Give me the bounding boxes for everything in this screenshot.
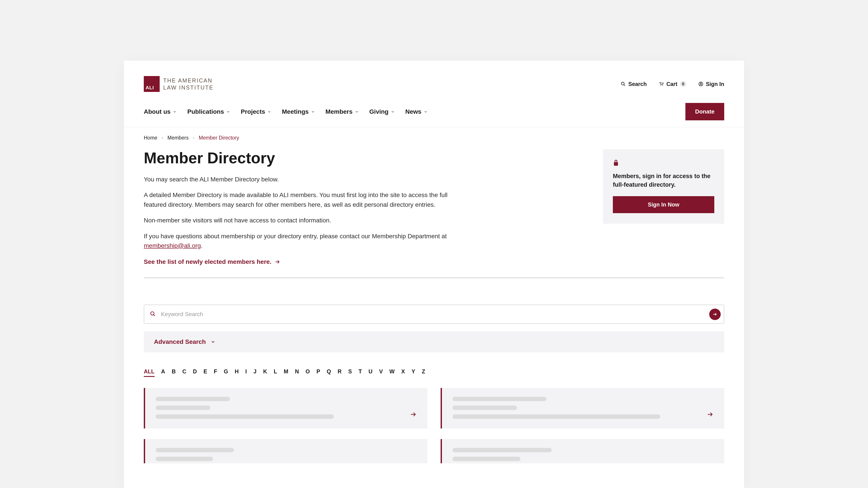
chevron-down-icon bbox=[211, 339, 215, 344]
nav-giving[interactable]: Giving bbox=[369, 108, 395, 115]
alpha-i[interactable]: I bbox=[245, 368, 247, 377]
cart-utility[interactable]: Cart 0 bbox=[659, 81, 686, 87]
alpha-m[interactable]: M bbox=[284, 368, 288, 377]
logo-line1: THE AMERICAN bbox=[163, 77, 214, 84]
chevron-down-icon bbox=[424, 110, 428, 114]
signin-label: Sign In bbox=[706, 81, 724, 87]
breadcrumb-members[interactable]: Members bbox=[167, 135, 189, 141]
alpha-j[interactable]: J bbox=[253, 368, 256, 377]
search-icon bbox=[621, 82, 626, 87]
intro-paragraph-4: If you have questions about membership o… bbox=[144, 231, 459, 251]
breadcrumb-current: Member Directory bbox=[199, 135, 239, 141]
alpha-l[interactable]: L bbox=[274, 368, 277, 377]
cart-icon bbox=[659, 82, 664, 87]
nav-about-us[interactable]: About us bbox=[144, 108, 177, 115]
page: ALI THE AMERICAN LAW INSTITUTE Search Ca… bbox=[124, 61, 744, 488]
alpha-r[interactable]: R bbox=[338, 368, 342, 377]
chevron-down-icon bbox=[355, 110, 359, 114]
svg-point-0 bbox=[621, 82, 624, 85]
lock-icon bbox=[613, 159, 714, 167]
main-nav: About us Publications Projects Meetings … bbox=[144, 108, 428, 115]
nav-label: About us bbox=[144, 108, 170, 115]
alpha-w[interactable]: W bbox=[390, 368, 395, 377]
alpha-f[interactable]: F bbox=[214, 368, 217, 377]
search-submit-button[interactable] bbox=[709, 308, 721, 320]
alpha-q[interactable]: Q bbox=[327, 368, 331, 377]
alpha-s[interactable]: S bbox=[348, 368, 352, 377]
results-grid bbox=[124, 377, 744, 463]
header-utilities: Search Cart 0 Sign In bbox=[621, 81, 724, 87]
result-card[interactable] bbox=[441, 388, 724, 428]
alpha-all[interactable]: ALL bbox=[144, 368, 155, 377]
chevron-down-icon bbox=[226, 110, 230, 114]
alpha-b[interactable]: B bbox=[172, 368, 176, 377]
alpha-z[interactable]: Z bbox=[422, 368, 425, 377]
main-nav-row: About us Publications Projects Meetings … bbox=[124, 103, 744, 127]
svg-rect-7 bbox=[614, 162, 618, 166]
alpha-n[interactable]: N bbox=[295, 368, 299, 377]
nav-projects[interactable]: Projects bbox=[241, 108, 272, 115]
signin-utility[interactable]: Sign In bbox=[699, 81, 724, 87]
nav-news[interactable]: News bbox=[405, 108, 428, 115]
skeleton-placeholder bbox=[453, 397, 700, 419]
alpha-c[interactable]: C bbox=[182, 368, 186, 377]
skeleton-placeholder bbox=[156, 448, 417, 461]
nav-meetings[interactable]: Meetings bbox=[282, 108, 315, 115]
nav-label: News bbox=[405, 108, 422, 115]
breadcrumb-home[interactable]: Home bbox=[144, 135, 157, 141]
intro-paragraph-1: You may search the ALI Member Directory … bbox=[144, 174, 459, 184]
alpha-k[interactable]: K bbox=[263, 368, 267, 377]
membership-email-link[interactable]: membership@ali.org bbox=[144, 242, 201, 249]
alpha-a[interactable]: A bbox=[161, 368, 165, 377]
p4-post: . bbox=[201, 242, 203, 249]
alpha-d[interactable]: D bbox=[193, 368, 197, 377]
skeleton-placeholder bbox=[156, 397, 403, 419]
svg-point-5 bbox=[700, 83, 702, 84]
signin-card: Members, sign in for access to the full-… bbox=[603, 149, 724, 224]
signin-card-message: Members, sign in for access to the full-… bbox=[613, 172, 714, 189]
svg-line-1 bbox=[624, 85, 625, 86]
cart-label: Cart bbox=[666, 81, 678, 87]
nav-publications[interactable]: Publications bbox=[187, 108, 230, 115]
search-section: Advanced Search bbox=[124, 278, 744, 352]
nav-label: Giving bbox=[369, 108, 389, 115]
alpha-g[interactable]: G bbox=[224, 368, 228, 377]
main-column: Member Directory You may search the ALI … bbox=[144, 149, 572, 265]
intro-paragraph-2: A detailed Member Directory is made avai… bbox=[144, 190, 459, 209]
alpha-e[interactable]: E bbox=[204, 368, 207, 377]
search-utility[interactable]: Search bbox=[621, 81, 647, 87]
logo-text: THE AMERICAN LAW INSTITUTE bbox=[163, 77, 214, 91]
newly-elected-link[interactable]: See the list of newly elected members he… bbox=[144, 258, 280, 265]
chevron-down-icon bbox=[391, 110, 395, 114]
intro-paragraph-3: Non-member site visitors will not have a… bbox=[144, 216, 459, 225]
advanced-search-toggle[interactable]: Advanced Search bbox=[144, 331, 724, 352]
chevron-right-icon bbox=[161, 136, 164, 139]
keyword-search-input[interactable] bbox=[161, 307, 704, 321]
alpha-o[interactable]: O bbox=[305, 368, 310, 377]
logo[interactable]: ALI THE AMERICAN LAW INSTITUTE bbox=[144, 76, 214, 92]
result-card[interactable] bbox=[144, 388, 427, 428]
alpha-u[interactable]: U bbox=[369, 368, 372, 377]
nav-label: Projects bbox=[241, 108, 265, 115]
user-icon bbox=[699, 82, 703, 87]
alpha-x[interactable]: X bbox=[401, 368, 405, 377]
alpha-t[interactable]: T bbox=[359, 368, 362, 377]
alpha-v[interactable]: V bbox=[379, 368, 383, 377]
alpha-p[interactable]: P bbox=[316, 368, 320, 377]
alpha-y[interactable]: Y bbox=[411, 368, 415, 377]
chevron-right-icon bbox=[192, 136, 195, 139]
alpha-h[interactable]: H bbox=[235, 368, 239, 377]
nav-label: Members bbox=[326, 108, 352, 115]
skeleton-placeholder bbox=[453, 448, 714, 461]
logo-mark: ALI bbox=[144, 76, 160, 92]
alpha-filter: ALL A B C D E F G H I J K L M N O P Q R … bbox=[124, 352, 744, 377]
chevron-down-icon bbox=[173, 110, 177, 114]
nav-members[interactable]: Members bbox=[326, 108, 359, 115]
signin-now-button[interactable]: Sign In Now bbox=[613, 196, 714, 213]
donate-button[interactable]: Donate bbox=[685, 103, 724, 120]
breadcrumb: Home Members Member Directory bbox=[124, 127, 744, 145]
p4-pre: If you have questions about membership o… bbox=[144, 233, 447, 239]
result-card[interactable] bbox=[144, 439, 427, 463]
result-card[interactable] bbox=[441, 439, 724, 463]
search-bar bbox=[144, 304, 724, 324]
